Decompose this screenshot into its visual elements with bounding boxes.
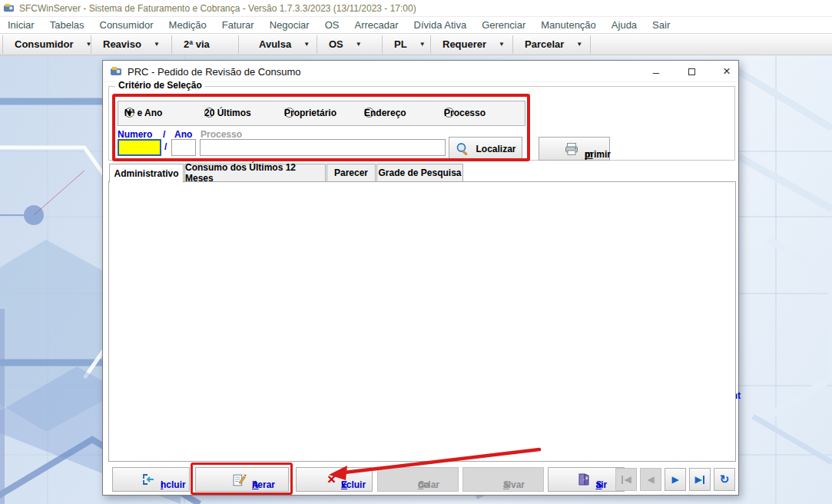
toolbar-segunda-via-button[interactable]: 2ª via [174, 35, 236, 54]
close-icon: × [723, 64, 731, 79]
toolbar: Consumidor▼ Reaviso▼ 2ª via Avulsa▼ OS▼ … [0, 34, 832, 55]
cancelar-button: Cancelar [377, 467, 459, 492]
numero-input[interactable] [118, 139, 161, 156]
edit-pencil-icon [232, 472, 247, 487]
toolbar-button-label: Reaviso [103, 38, 141, 50]
radio-proprietario[interactable]: Proprietário [284, 108, 294, 118]
nav-last-button[interactable]: ▶ [689, 468, 711, 491]
radio-processo[interactable]: Processo [444, 108, 454, 118]
toolbar-button-label: Requerer [443, 38, 486, 50]
nav-last-icon: ▶ [694, 474, 701, 485]
minimize-icon: – [653, 65, 659, 78]
criteria-radio-panel: Nª e Ano 20 Últimos Proprietário Endereç… [118, 101, 525, 126]
dialog-icon [110, 65, 122, 78]
tab-administrativo[interactable]: Administrativo [109, 164, 184, 183]
toolbar-consumidor-button[interactable]: Consumidor▼ [5, 35, 88, 54]
radio-label: Processo [444, 108, 486, 118]
dialog-title: PRC - Pedido de Revisão de Consumo [128, 66, 300, 78]
refresh-button[interactable]: ↻ [714, 468, 735, 491]
radio-endereco[interactable]: Endereço [364, 108, 374, 118]
toolbar-button-label: 2ª via [184, 38, 210, 50]
menu-manutencao[interactable]: Manutenção [533, 19, 604, 31]
menu-medicao[interactable]: Medição [161, 19, 214, 31]
menu-divida-ativa[interactable]: Dívida Ativa [406, 19, 475, 31]
window-titlebar: SFCWinServer - Sistema de Faturamento e … [0, 0, 832, 17]
criteria-group-title: Critério de Seleção [115, 80, 205, 91]
toolbar-requerer-button[interactable]: Requerer▼ [433, 35, 510, 54]
exit-door-icon [577, 472, 591, 486]
chevron-down-icon: ▼ [356, 41, 362, 48]
toolbar-parcelar-button[interactable]: Parcelar▼ [515, 35, 588, 54]
chevron-down-icon: ▼ [499, 41, 505, 48]
alterar-button[interactable]: Alterar [195, 467, 289, 492]
menu-sair[interactable]: Sair [645, 19, 678, 31]
maximize-icon [688, 68, 695, 75]
insert-icon [141, 472, 155, 486]
nav-prev-icon: ◀ [647, 474, 654, 485]
imprimir-button[interactable]: mprimir [539, 137, 610, 161]
menu-ajuda[interactable]: Ajuda [604, 19, 645, 31]
radio-numero-e-ano[interactable]: Nª e Ano [124, 108, 134, 118]
ano-label: Ano [174, 129, 192, 140]
dialog-titlebar[interactable]: PRC - Pedido de Revisão de Consumo – × [103, 61, 738, 82]
numero-label: Numero [118, 129, 152, 140]
tab-parecer[interactable]: Parecer [327, 164, 376, 182]
menu-gerenciar[interactable]: Gerenciar [474, 19, 533, 31]
chevron-down-icon: ▼ [303, 41, 310, 48]
toolbar-button-label: PL [394, 38, 407, 50]
slash-separator: / [164, 141, 167, 152]
salvar-button: Salvar [462, 467, 544, 492]
menu-negociar[interactable]: Negociar [262, 19, 317, 31]
radio-20-ultimos[interactable]: 20 Últimos [204, 108, 214, 118]
radio-label: 20 Últimos [204, 108, 251, 118]
radio-label: Endereço [364, 108, 406, 118]
prc-dialog: PRC - Pedido de Revisão de Consumo – × C… [102, 60, 739, 496]
search-icon [455, 141, 470, 157]
tab-grade-pesquisa[interactable]: Grade de Pesquisa [376, 164, 463, 182]
nav-next-button[interactable]: ▶ [665, 468, 686, 491]
menu-os[interactable]: OS [317, 19, 347, 31]
menubar: Iniciar Tabelas Consumidor Medição Fatur… [0, 17, 832, 34]
chevron-down-icon: ▼ [419, 41, 426, 48]
radio-label: Nª e Ano [124, 108, 162, 118]
toolbar-avulsa-button[interactable]: Avulsa▼ [250, 35, 314, 54]
menu-arrecadar[interactable]: Arrecadar [346, 19, 406, 31]
toolbar-pl-button[interactable]: PL▼ [385, 35, 428, 54]
chevron-down-icon: ▼ [154, 41, 160, 48]
slash-label: / [163, 129, 165, 140]
toolbar-button-label: Avulsa [259, 38, 291, 50]
menu-tabelas[interactable]: Tabelas [42, 19, 92, 31]
excluir-button[interactable]: × Excluir [296, 467, 373, 492]
menu-faturar[interactable]: Faturar [214, 19, 262, 31]
nav-prev-button: ◀ [640, 468, 661, 491]
delete-x-icon: × [327, 474, 336, 485]
close-button[interactable]: × [711, 61, 742, 81]
maximize-button[interactable] [676, 61, 707, 81]
chevron-down-icon: ▼ [576, 41, 582, 48]
menu-iniciar[interactable]: Iniciar [0, 19, 42, 31]
localizar-button[interactable]: Localizar [449, 137, 522, 161]
radio-label: Proprietário [284, 108, 336, 118]
nav-first-icon: ◀ [624, 474, 631, 485]
processo-input[interactable] [200, 139, 446, 156]
refresh-icon: ↻ [720, 472, 730, 486]
ano-input[interactable] [171, 139, 196, 156]
tab-consumo-12-meses[interactable]: Consumo dos Últimos 12 Meses [184, 164, 326, 182]
menu-consumidor[interactable]: Consumidor [92, 19, 161, 31]
incluir-button[interactable]: Incluir [112, 467, 190, 492]
printer-icon [564, 141, 579, 157]
localizar-label: Localizar [476, 144, 515, 154]
toolbar-button-label: OS [329, 38, 343, 50]
sair-button[interactable]: Sair [548, 467, 625, 492]
minimize-button[interactable]: – [641, 61, 671, 81]
toolbar-button-label: Consumidor [15, 38, 74, 50]
tab-page-administrativo [108, 181, 736, 462]
toolbar-button-label: Parcelar [525, 38, 564, 50]
toolbar-os-button[interactable]: OS▼ [320, 35, 380, 54]
screen: SFCWinServer - Sistema de Faturamento e … [0, 0, 832, 504]
processo-label: Processo [201, 129, 242, 140]
nav-next-icon: ▶ [671, 474, 678, 485]
toolbar-reaviso-button[interactable]: Reaviso▼ [94, 35, 169, 54]
window-title: SFCWinServer - Sistema de Faturamento e … [19, 3, 416, 14]
nav-first-button: ◀ [615, 468, 637, 491]
